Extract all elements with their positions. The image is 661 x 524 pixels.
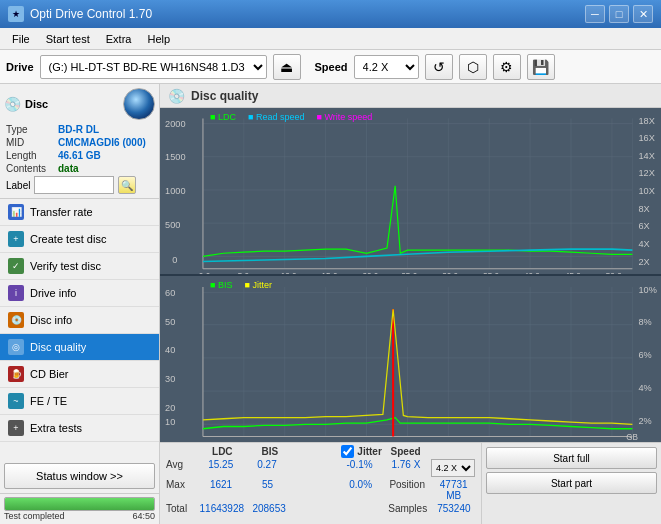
progress-info: Test completed 64:50 — [4, 511, 155, 521]
settings-button[interactable]: ⚙ — [493, 54, 521, 80]
menu-file[interactable]: File — [4, 31, 38, 47]
nav-verify-test-disc[interactable]: ✓ Verify test disc — [0, 253, 159, 280]
contents-value: data — [58, 163, 79, 174]
label-search-button[interactable]: 🔍 — [118, 176, 136, 194]
disc-icon: 💿 — [4, 96, 21, 112]
svg-text:4X: 4X — [639, 239, 650, 249]
avg-label: Avg — [164, 458, 198, 478]
disc-length-row: Length 46.61 GB — [4, 150, 155, 161]
legend-write-speed: ■ Write speed — [316, 112, 372, 122]
start-part-button[interactable]: Start part — [486, 472, 657, 494]
length-value: 46.61 GB — [58, 150, 101, 161]
col-empty — [164, 445, 199, 458]
close-button[interactable]: ✕ — [633, 5, 653, 23]
jitter-checkbox[interactable] — [341, 445, 354, 458]
fe-te-icon: ~ — [8, 393, 24, 409]
menu-help[interactable]: Help — [139, 31, 178, 47]
nav-verify-test-label: Verify test disc — [30, 260, 101, 272]
sidebar: 💿 Disc Type BD-R DL MID CMCMAGDI6 (000) … — [0, 84, 160, 524]
main-area: 💿 Disc Type BD-R DL MID CMCMAGDI6 (000) … — [0, 84, 661, 524]
scan-button[interactable]: ⬡ — [459, 54, 487, 80]
refresh-button[interactable]: ↺ — [425, 54, 453, 80]
jitter-label: Jitter — [357, 446, 381, 457]
menubar: File Start test Extra Help — [0, 28, 661, 50]
max-position-value: 47731 MB — [430, 478, 477, 502]
total-ldc: 11643928 — [198, 502, 247, 515]
disc-quality-icon: ◎ — [8, 339, 24, 355]
svg-text:2X: 2X — [639, 257, 650, 267]
svg-text:14X: 14X — [639, 151, 655, 161]
eject-button[interactable]: ⏏ — [273, 54, 301, 80]
svg-text:1000: 1000 — [165, 186, 185, 196]
samples-label: Samples — [385, 502, 431, 515]
content-area: 💿 Disc quality ■ LDC ■ Read speed ■ Writ… — [160, 84, 661, 524]
col-speed-select-header — [429, 445, 477, 458]
minimize-button[interactable]: ─ — [585, 5, 605, 23]
progress-bar-fill — [5, 498, 154, 510]
nav-fe-te-label: FE / TE — [30, 395, 67, 407]
app-icon: ★ — [8, 6, 24, 22]
top-chart: ■ LDC ■ Read speed ■ Write speed 2000 15… — [160, 108, 661, 274]
avg-ldc: 15.25 — [198, 458, 244, 478]
nav-fe-te[interactable]: ~ FE / TE — [0, 388, 159, 415]
bottom-chart-svg: 60 50 40 30 20 10 10% 8% 6% 4% 2% — [160, 276, 661, 442]
nav-transfer-rate-label: Transfer rate — [30, 206, 93, 218]
status-window-button[interactable]: Status window >> — [4, 463, 155, 489]
speed-select-stats[interactable]: 4.2 X — [431, 459, 475, 477]
svg-text:1500: 1500 — [165, 152, 185, 162]
max-label: Max — [164, 478, 198, 502]
cd-bier-icon: 🍺 — [8, 366, 24, 382]
nav-cd-bier[interactable]: 🍺 CD Bier — [0, 361, 159, 388]
nav-transfer-rate[interactable]: 📊 Transfer rate — [0, 199, 159, 226]
col-spacer — [294, 445, 342, 458]
drive-label: Drive — [6, 61, 34, 73]
save-button[interactable]: 💾 — [527, 54, 555, 80]
nav-drive-info-label: Drive info — [30, 287, 76, 299]
nav-list: 📊 Transfer rate + Create test disc ✓ Ver… — [0, 199, 159, 459]
label-input[interactable] — [34, 176, 114, 194]
nav-create-test-disc[interactable]: + Create test disc — [0, 226, 159, 253]
progress-time: 64:50 — [132, 511, 155, 521]
bottom-chart: ■ BIS ■ Jitter 60 50 40 30 20 10 10% 8% … — [160, 274, 661, 442]
mid-value: CMCMAGDI6 (000) — [58, 137, 146, 148]
disc-info-icon: 💿 — [8, 312, 24, 328]
menu-start-test[interactable]: Start test — [38, 31, 98, 47]
nav-cd-bier-label: CD Bier — [30, 368, 69, 380]
menu-extra[interactable]: Extra — [98, 31, 140, 47]
legend-ldc: ■ LDC — [210, 112, 236, 122]
nav-extra-tests-label: Extra tests — [30, 422, 82, 434]
svg-text:45.0: 45.0 — [565, 439, 581, 442]
svg-text:40.0: 40.0 — [524, 439, 540, 442]
disc-header: 💿 Disc — [4, 88, 155, 120]
svg-text:10%: 10% — [639, 283, 658, 294]
titlebar: ★ Opti Drive Control 1.70 ─ □ ✕ — [0, 0, 661, 28]
avg-speed-col: 4.2 X — [429, 458, 477, 478]
max-ldc: 1621 — [198, 478, 245, 502]
total-spacer — [292, 502, 338, 515]
maximize-button[interactable]: □ — [609, 5, 629, 23]
progress-status: Test completed — [4, 511, 65, 521]
legend-read-speed: ■ Read speed — [248, 112, 304, 122]
verify-test-icon: ✓ — [8, 258, 24, 274]
nav-disc-quality[interactable]: ◎ Disc quality — [0, 334, 159, 361]
col-ldc: LDC — [199, 445, 247, 458]
svg-text:16X: 16X — [639, 133, 655, 143]
nav-extra-tests[interactable]: + Extra tests — [0, 415, 159, 442]
stats-header: LDC BIS Jitter Speed — [164, 445, 477, 458]
speed-select[interactable]: 4.2 X 2.0 X 8.0 X — [354, 55, 419, 79]
total-bis: 208653 — [246, 502, 292, 515]
svg-text:18X: 18X — [639, 116, 655, 126]
start-full-button[interactable]: Start full — [486, 447, 657, 469]
drive-select[interactable]: (G:) HL-DT-ST BD-RE WH16NS48 1.D3 — [40, 55, 267, 79]
charts-area: ■ LDC ■ Read speed ■ Write speed 2000 15… — [160, 108, 661, 442]
avg-bis: 0.27 — [244, 458, 290, 478]
disc-contents-row: Contents data — [4, 163, 155, 174]
svg-text:12X: 12X — [639, 168, 655, 178]
stats-bar: LDC BIS Jitter Speed Avg 15.25 — [160, 442, 661, 524]
nav-disc-info[interactable]: 💿 Disc info — [0, 307, 159, 334]
nav-drive-info[interactable]: i Drive info — [0, 280, 159, 307]
label-field-label: Label — [6, 180, 30, 191]
progress-bar — [4, 497, 155, 511]
extra-tests-icon: + — [8, 420, 24, 436]
max-bis: 55 — [244, 478, 291, 502]
